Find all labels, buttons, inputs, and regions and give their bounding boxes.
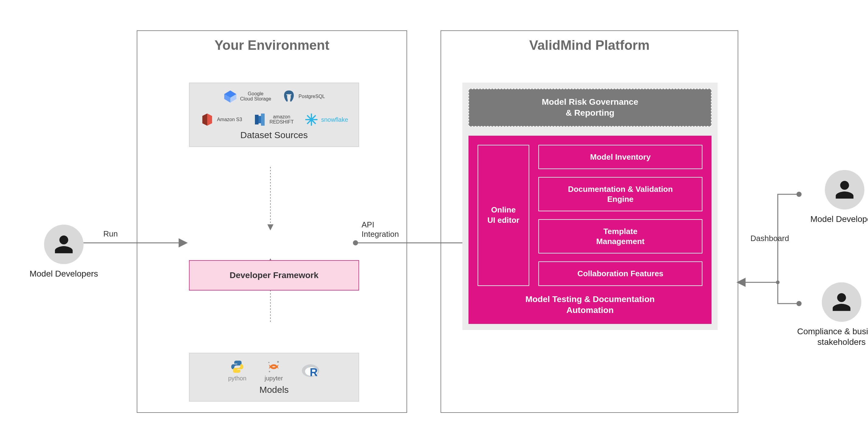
box-dataset-sources: Google Cloud Storage PostgreSQL Amazon S… — [189, 83, 359, 147]
edge-label-dashboard: Dashboard — [750, 234, 789, 243]
person-icon — [44, 225, 84, 264]
svg-point-7 — [290, 94, 291, 95]
svg-point-5 — [776, 281, 780, 284]
box-pink-automation: Online UI editor Model Inventory Documen… — [468, 136, 712, 324]
pink-item-template: Template Management — [538, 219, 703, 254]
actor-label: Model Developers — [15, 268, 113, 279]
box-developer-framework: Developer Framework — [189, 260, 359, 291]
actor-model-developers-right: Model Developers — [796, 170, 868, 224]
box-title: Models — [197, 385, 351, 395]
actor-compliance-stakeholders: Compliance & business stakeholders — [790, 282, 868, 347]
logo-postgresql: PostgreSQL — [282, 89, 325, 104]
box-ui-editor: Online UI editor — [477, 145, 529, 286]
svg-point-6 — [286, 94, 288, 95]
logo-google-cloud-storage: Google Cloud Storage — [223, 89, 271, 104]
actor-label: Compliance & business stakeholders — [790, 326, 868, 347]
logo-jupyter: jupyter — [265, 359, 283, 382]
panel-title: Your Environment — [137, 38, 406, 53]
svg-point-12 — [277, 361, 279, 363]
platform-outer-container: Model Risk Governance & Reporting Online… — [462, 83, 718, 330]
logo-amazon-s3: Amazon S3 — [200, 112, 242, 127]
box-title: Dataset Sources — [197, 130, 351, 140]
panel-title: ValidMind Platform — [441, 38, 738, 53]
box-models: python jupyter R Models — [189, 353, 359, 402]
person-icon — [825, 170, 864, 209]
logo-snowflake: snowflake — [304, 112, 348, 127]
logo-amazon-redshift: amazon REDSHIFT — [252, 112, 294, 127]
svg-text:R: R — [310, 366, 317, 379]
logo-python: python — [228, 359, 246, 382]
svg-point-14 — [268, 362, 270, 363]
pink-item-collab: Collaboration Features — [538, 261, 703, 286]
svg-point-13 — [269, 371, 270, 372]
logo-r: R — [301, 363, 320, 378]
pink-item-doc-validation: Documentation & Validation Engine — [538, 177, 703, 211]
person-icon — [822, 282, 861, 322]
edge-label-run: Run — [103, 229, 118, 239]
actor-model-developers-left: Model Developers — [15, 225, 113, 279]
pink-item-inventory: Model Inventory — [538, 145, 703, 169]
actor-label: Model Developers — [796, 214, 868, 224]
box-governance: Model Risk Governance & Reporting — [468, 89, 712, 127]
pink-footer: Model Testing & Documentation Automation — [477, 294, 703, 316]
panel-your-environment: Your Environment Google Cloud Storage Po… — [137, 30, 407, 413]
panel-validmind-platform: ValidMind Platform Model Risk Governance… — [440, 30, 738, 413]
